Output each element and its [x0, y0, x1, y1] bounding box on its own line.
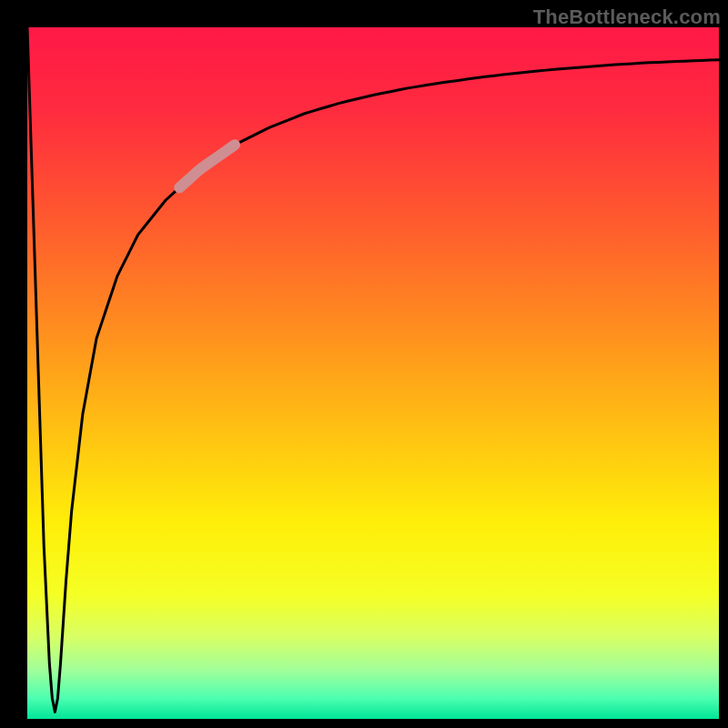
bottleneck-curve: [27, 27, 719, 712]
curve-highlight: [179, 145, 235, 187]
chart-frame: TheBottleneck.com: [0, 0, 728, 728]
curve-layer: [27, 27, 719, 719]
plot-area: [27, 27, 719, 719]
watermark-text: TheBottleneck.com: [533, 5, 721, 29]
